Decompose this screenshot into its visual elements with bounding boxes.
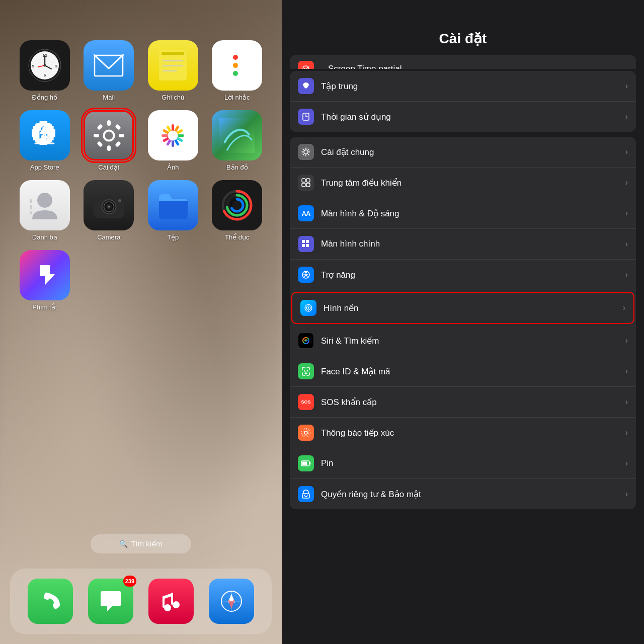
- search-bar[interactable]: 🔍 Tìm kiếm: [91, 534, 191, 553]
- privacy-label: Quyền riêng tư & Bảo mật: [321, 489, 625, 500]
- control-center-row[interactable]: Trung tâm điều khiển ›: [290, 168, 636, 198]
- svg-point-31: [37, 193, 52, 208]
- focus-group: Tập trung › Thời gian sử dụng ›: [290, 71, 636, 132]
- svg-line-67: [308, 149, 309, 150]
- exposure-row[interactable]: Thông báo tiếp xúc ›: [290, 418, 636, 448]
- svg-rect-72: [306, 183, 310, 187]
- app-contacts[interactable]: Danh bạ: [15, 180, 74, 241]
- focus-chevron: ›: [625, 82, 628, 91]
- app-camera[interactable]: Camera: [79, 180, 139, 241]
- home-screen-label: Màn hình chính: [321, 239, 625, 249]
- focus-icon: [298, 78, 314, 94]
- app-fitness[interactable]: Thể dục: [208, 180, 267, 241]
- partial-row: Screen Time partial: [290, 55, 636, 69]
- svg-point-29: [168, 130, 178, 140]
- general-chevron: ›: [625, 147, 628, 156]
- svg-point-49: [164, 604, 171, 611]
- svg-point-84: [308, 307, 309, 309]
- svg-line-66: [308, 154, 309, 155]
- app-appstore[interactable]: 🅐 App Store: [15, 110, 74, 171]
- svg-rect-21: [107, 145, 111, 151]
- svg-rect-34: [30, 211, 32, 214]
- svg-point-95: [303, 430, 309, 436]
- sos-label: SOS khẩn cấp: [321, 397, 625, 408]
- clock-label: Đồng hồ: [32, 94, 57, 101]
- battery-icon: [298, 455, 314, 471]
- app-files[interactable]: Tệp: [143, 180, 203, 241]
- battery-row[interactable]: Pin ›: [290, 448, 636, 479]
- svg-point-94: [304, 431, 307, 434]
- display-row[interactable]: AA Màn hình & Độ sáng ›: [290, 198, 636, 229]
- siri-row[interactable]: Siri & Tìm kiếm ›: [290, 326, 636, 356]
- wallpaper-row[interactable]: Hình nền ›: [291, 292, 634, 324]
- svg-rect-27: [115, 141, 121, 147]
- control-center-icon: [298, 175, 314, 191]
- control-center-chevron: ›: [625, 178, 628, 187]
- svg-line-65: [303, 149, 304, 150]
- wallpaper-icon: [300, 300, 316, 316]
- svg-text:3: 3: [55, 64, 58, 68]
- dock-messages[interactable]: 239: [88, 579, 133, 624]
- svg-rect-26: [97, 141, 103, 147]
- focus-row[interactable]: Tập trung ›: [290, 71, 636, 102]
- appstore-label: App Store: [30, 164, 59, 171]
- sos-chevron: ›: [625, 397, 628, 407]
- app-maps[interactable]: Bản đồ: [208, 110, 267, 171]
- svg-point-9: [43, 64, 46, 67]
- dock-phone[interactable]: [28, 579, 73, 624]
- iphone-home-screen: 12 6 9 3 Đồng hồ Mail: [0, 0, 282, 644]
- svg-point-42: [108, 206, 110, 207]
- controls-group: Cài đặt chung › Trung tâm điều khiển ›: [290, 137, 636, 509]
- exposure-label: Thông báo tiếp xúc: [321, 428, 625, 438]
- faceid-row[interactable]: Face ID & Mật mã ›: [290, 356, 636, 387]
- svg-rect-33: [30, 205, 32, 209]
- svg-rect-70: [306, 179, 310, 182]
- screen-time-row[interactable]: Thời gian sử dụng ›: [290, 102, 636, 132]
- svg-rect-24: [97, 124, 103, 130]
- app-mail[interactable]: Mail: [79, 40, 139, 101]
- svg-line-68: [303, 154, 304, 155]
- svg-text:6: 6: [44, 73, 46, 77]
- dock-music[interactable]: [148, 579, 194, 624]
- svg-rect-20: [107, 120, 111, 126]
- general-row[interactable]: Cài đặt chung ›: [290, 137, 636, 168]
- privacy-chevron: ›: [625, 490, 628, 499]
- display-chevron: ›: [625, 209, 628, 218]
- svg-rect-23: [119, 134, 124, 137]
- siri-icon: [298, 333, 314, 349]
- app-clock[interactable]: 12 6 9 3 Đồng hồ: [15, 40, 74, 101]
- svg-rect-98: [309, 462, 311, 465]
- accessibility-row[interactable]: Trợ năng ›: [290, 260, 636, 290]
- privacy-row[interactable]: Quyền riêng tư & Bảo mật ›: [290, 479, 636, 509]
- svg-rect-100: [302, 494, 309, 498]
- app-reminders[interactable]: Lời nhắc: [208, 40, 267, 101]
- svg-rect-74: [306, 240, 309, 243]
- maps-label: Bản đồ: [226, 164, 248, 171]
- siri-chevron: ›: [625, 336, 628, 345]
- wallpaper-chevron: ›: [623, 303, 625, 312]
- svg-point-90: [305, 340, 307, 342]
- faceid-chevron: ›: [625, 367, 628, 376]
- search-label: Tìm kiếm: [131, 539, 162, 548]
- settings-panel: Cài đặt Screen Time partial: [282, 0, 644, 644]
- focus-label: Tập trung: [321, 81, 625, 92]
- control-center-label: Trung tâm điều khiển: [321, 178, 625, 188]
- home-screen-icon: [298, 236, 314, 252]
- siri-label: Siri & Tìm kiếm: [321, 336, 625, 346]
- svg-text:9: 9: [32, 64, 35, 68]
- dock-safari[interactable]: [209, 579, 254, 624]
- privacy-icon: [298, 486, 314, 502]
- accessibility-chevron: ›: [625, 270, 628, 279]
- app-settings[interactable]: Cài đặt: [79, 110, 139, 171]
- home-screen-row[interactable]: Màn hình chính ›: [290, 229, 636, 260]
- app-shortcuts[interactable]: Phím tắt: [15, 250, 74, 311]
- reminders-label: Lời nhắc: [224, 94, 250, 101]
- app-grid: 12 6 9 3 Đồng hồ Mail: [0, 30, 282, 321]
- exposure-icon: [298, 425, 314, 441]
- app-photos[interactable]: Ảnh: [143, 110, 203, 171]
- app-notes[interactable]: Ghi chú: [143, 40, 203, 101]
- svg-text:🅐: 🅐: [32, 121, 57, 149]
- exposure-chevron: ›: [625, 428, 628, 437]
- sos-row[interactable]: SOS SOS khẩn cấp ›: [290, 387, 636, 418]
- camera-label: Camera: [97, 233, 120, 241]
